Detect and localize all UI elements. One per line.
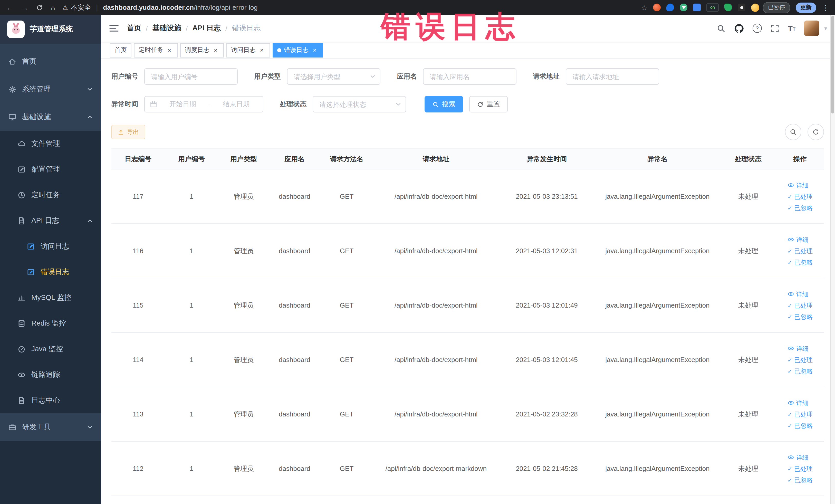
sidebar-item-redis-monitor[interactable]: Redis 监控: [0, 311, 101, 336]
sidebar-item-access-log[interactable]: 访问日志: [0, 234, 101, 259]
home-button-icon[interactable]: ⌂: [51, 4, 55, 11]
chevron-up-icon: [87, 218, 93, 224]
table-row: 114 1 管理员 dashboard GET /api/infra/db-do…: [111, 332, 824, 387]
mark-ignored-link[interactable]: ✓已忽略: [788, 477, 813, 483]
mark-processed-link[interactable]: ✓已处理: [788, 248, 813, 254]
sidebar-item-system[interactable]: 系统管理: [0, 76, 101, 103]
detail-link[interactable]: 详细: [788, 291, 809, 297]
cell-user-id: 1: [165, 387, 218, 441]
update-button[interactable]: 更新: [796, 2, 816, 13]
hamburger-icon[interactable]: [101, 25, 127, 32]
close-icon[interactable]: ×: [311, 46, 318, 54]
date-range-picker[interactable]: 开始日期 - 结束日期: [144, 96, 263, 113]
ext-blue-drop-icon[interactable]: [666, 4, 674, 11]
sidebar-item-java-monitor[interactable]: Java 监控: [0, 336, 101, 362]
paused-badge[interactable]: 已暂停: [763, 2, 790, 13]
close-icon[interactable]: ×: [212, 46, 219, 54]
browser-menu-icon[interactable]: ⋮: [822, 3, 829, 12]
sidebar-item-config-manage[interactable]: 配置管理: [0, 157, 101, 182]
detail-link[interactable]: 详细: [788, 182, 809, 188]
sidebar-item-devtools[interactable]: 研发工具: [0, 414, 101, 441]
mark-ignored-link[interactable]: ✓已忽略: [788, 314, 813, 320]
profile-emoji-icon[interactable]: [751, 3, 759, 12]
cell-app-name: dashboard: [269, 278, 320, 332]
col-time: 异常发生时间: [499, 149, 595, 169]
sidebar-item-infra[interactable]: 基础设施: [0, 103, 101, 131]
mark-processed-link[interactable]: ✓已处理: [788, 466, 813, 472]
ext-grid-icon[interactable]: [693, 4, 701, 11]
mark-processed-link[interactable]: ✓已处理: [788, 302, 813, 309]
refresh-button[interactable]: [808, 124, 824, 140]
close-icon[interactable]: ×: [258, 46, 265, 54]
page-scrollbar[interactable]: [830, 15, 835, 504]
detail-link[interactable]: 详细: [788, 400, 809, 406]
sidebar-item-file-manage[interactable]: 文件管理: [0, 131, 101, 157]
cell-user-type: 管理员: [218, 278, 269, 332]
ext-on-badge-icon[interactable]: on: [707, 3, 719, 12]
sidebar-item-mysql-monitor[interactable]: MySQL 监控: [0, 285, 101, 311]
cell-log-id: 112: [111, 441, 165, 496]
upload-icon: [118, 129, 124, 135]
detail-link[interactable]: 详细: [788, 345, 809, 352]
export-button[interactable]: 导出: [111, 125, 145, 139]
avatar-caret-icon[interactable]: ▾: [824, 25, 827, 32]
avatar[interactable]: [804, 21, 820, 36]
sidebar-item-cron-job[interactable]: 定时任务: [0, 182, 101, 208]
tab-access-log[interactable]: 访问日志×: [226, 43, 270, 57]
security-label: 不安全: [71, 3, 91, 12]
mark-ignored-link[interactable]: ✓已忽略: [788, 423, 813, 429]
active-dot-icon: [277, 48, 281, 52]
search-icon[interactable]: [717, 24, 726, 33]
detail-link[interactable]: 详细: [788, 236, 809, 243]
close-icon[interactable]: ×: [166, 46, 173, 54]
request-url-input[interactable]: [566, 68, 659, 85]
tab-home[interactable]: 首页: [110, 43, 131, 57]
mark-processed-link[interactable]: ✓已处理: [788, 357, 813, 363]
ext-paw-icon[interactable]: [738, 4, 746, 11]
scrollbar-thumb[interactable]: [831, 16, 834, 114]
tab-error-log[interactable]: 错误日志×: [272, 43, 323, 57]
breadcrumb-infra[interactable]: 基础设施: [152, 24, 181, 33]
user-id-input[interactable]: [144, 68, 238, 85]
ext-orange-icon[interactable]: [653, 4, 661, 11]
detail-link[interactable]: 详细: [788, 454, 809, 461]
ext-vue-devtools-icon[interactable]: [680, 4, 687, 11]
mark-ignored-link[interactable]: ✓已忽略: [788, 368, 813, 374]
user-type-select[interactable]: [287, 68, 381, 85]
mark-processed-link[interactable]: ✓已处理: [788, 194, 813, 200]
cell-exception: java.lang.IllegalArgumentException: [595, 169, 720, 224]
app-name-input[interactable]: [423, 68, 516, 85]
help-icon[interactable]: ?: [753, 24, 762, 33]
forward-icon[interactable]: →: [21, 4, 28, 11]
sidebar-item-trace[interactable]: 链路追踪: [0, 362, 101, 388]
cell-user-id: 1: [165, 332, 218, 387]
check-icon: ✓: [788, 411, 792, 417]
site-security-chip[interactable]: ⚠ 不安全: [62, 3, 91, 12]
sidebar-item-error-log[interactable]: 错误日志: [0, 259, 101, 285]
back-icon[interactable]: ←: [6, 4, 13, 11]
search-button[interactable]: 搜索: [425, 96, 463, 113]
toggle-search-button[interactable]: [785, 124, 801, 140]
sidebar-logo[interactable]: 芋道管理系统: [0, 15, 101, 44]
sidebar-item-log-center[interactable]: 日志中心: [0, 388, 101, 414]
tab-cron-job[interactable]: 定时任务×: [134, 43, 178, 57]
font-size-icon[interactable]: TT: [788, 24, 795, 32]
tab-schedule-log[interactable]: 调度日志×: [180, 43, 224, 57]
sidebar-item-label: 链路追踪: [31, 370, 60, 380]
github-icon[interactable]: [734, 23, 744, 33]
bookmark-star-icon[interactable]: ☆: [641, 3, 647, 12]
sidebar-item-api-log[interactable]: API 日志: [0, 208, 101, 234]
breadcrumb-home[interactable]: 首页: [127, 24, 141, 33]
url-text[interactable]: dashboard.yudao.iocoder.cn/infra/log/api…: [103, 4, 258, 11]
mark-ignored-link[interactable]: ✓已忽略: [788, 205, 813, 211]
mark-processed-link[interactable]: ✓已处理: [788, 411, 813, 418]
sidebar-item-home[interactable]: 首页: [0, 48, 101, 76]
breadcrumb-api-log[interactable]: API 日志: [192, 24, 221, 33]
reset-button[interactable]: 重置: [469, 96, 508, 113]
reload-icon[interactable]: [36, 4, 43, 11]
mark-ignored-link[interactable]: ✓已忽略: [788, 259, 813, 265]
cell-actions: 详细 ✓已处理 ✓已忽略: [776, 441, 824, 496]
ext-leaf-icon[interactable]: [725, 4, 732, 11]
process-status-select[interactable]: [313, 96, 406, 113]
fullscreen-icon[interactable]: [771, 24, 779, 33]
